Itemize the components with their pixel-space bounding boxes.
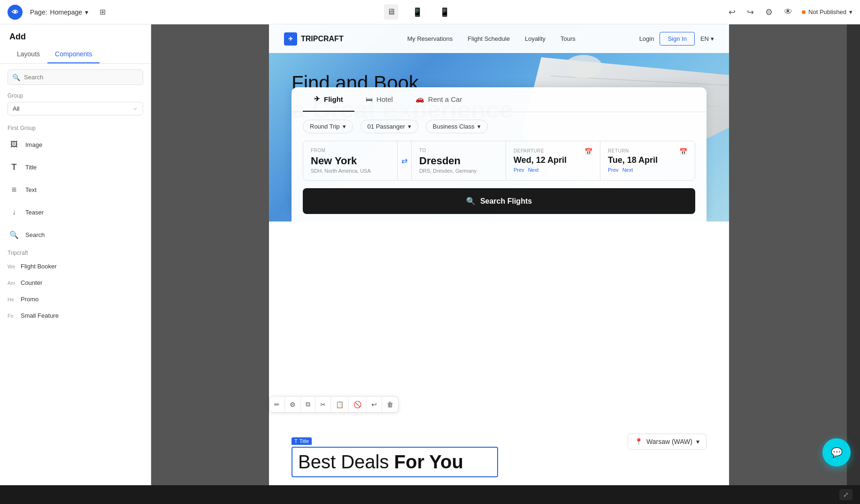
preview-btn[interactable]: 👁 [782,5,794,19]
svg-point-4 [565,55,602,78]
nav-flight-schedule[interactable]: Flight Schedule [468,35,510,42]
sidebar-item-text[interactable]: ≡ Text [0,178,151,201]
search-flights-icon: 🔍 [466,197,476,206]
promo-prefix: He [8,297,16,302]
toolbar-duplicate-btn[interactable]: ⧉ [301,397,315,412]
chat-bubble[interactable]: 💬 [822,438,851,466]
expand-btn[interactable]: ⤢ [839,489,852,500]
group-select[interactable]: All [8,102,143,115]
departure-field[interactable]: DEPARTURE 📅 Wed, 12 April Prev Next [506,141,600,180]
search-btn-row: 🔍 Search Flights [303,188,695,214]
tab-flight[interactable]: ✈ Flight [303,87,354,112]
toolbar-undo-btn[interactable]: ↩ [367,397,382,412]
top-bar-right: ↩ ↪ ⚙ 👁 Not Published ▾ [727,5,852,19]
chevron-down-icon: ▾ [343,123,346,130]
toolbar-hide-btn[interactable]: 🚫 [349,397,367,412]
departure-next-btn[interactable]: Next [528,167,539,173]
tab-components[interactable]: Components [47,46,100,63]
passengers-btn[interactable]: 01 Passanger ▾ [361,120,418,133]
search-fields: FROM New York SDH, North America, USA ⇄ … [303,141,695,181]
search-flights-btn[interactable]: 🔍 Search Flights [303,188,695,214]
return-field[interactable]: RETURN 📅 Tue, 18 April Prev Next [600,141,695,180]
toolbar-edit-btn[interactable]: ✏ [269,397,285,412]
return-prev-btn[interactable]: Prev [608,167,619,173]
lang-selector[interactable]: EN ▾ [700,35,714,42]
to-field[interactable]: TO Dresden DRS, Dresden, Germany [412,141,506,180]
site-nav-links: My Reservations Flight Schedule Loyality… [344,35,639,42]
tab-hotel[interactable]: 🛏 Hotel [354,87,404,112]
sidebar-item-counter[interactable]: Am Counter [0,275,151,291]
from-code: SDH, North America, USA [311,168,390,174]
mobile-device-btn[interactable]: 📱 [437,4,453,20]
sidebar-item-flight-booker-label: Flight Booker [21,263,57,270]
search-flights-label: Search Flights [480,197,532,206]
return-next-btn[interactable]: Next [622,167,633,173]
tab-rent-car-label: Rent a Car [428,95,462,103]
redo-btn[interactable]: ↪ [745,5,756,19]
nav-loyality[interactable]: Loyality [525,35,545,42]
flight-booker-prefix: We [8,264,16,269]
title-text: Best Deals For You [298,451,491,473]
search-icon-sidebar: 🔍 [8,228,21,241]
return-actions: Prev Next [608,167,687,173]
page-breadcrumb: Page: Homepage ▾ [30,8,88,16]
car-icon: 🚗 [415,95,424,103]
warsaw-selector[interactable]: 📍 Warsaw (WAW) ▾ [628,434,706,450]
counter-prefix: Am [8,280,16,286]
search-card-body: Round Trip ▾ 01 Passanger ▾ Business Cla… [292,112,706,221]
search-icon: 🔍 [12,74,20,81]
title-block[interactable]: T Title Best Deals For You [292,447,498,477]
floating-toolbar: ✏ ⚙ ⧉ ✂ 📋 🚫 ↩ 🗑 [269,396,399,412]
departure-actions: Prev Next [514,167,592,173]
return-label: RETURN [608,148,629,153]
page-label: Page: [30,8,47,16]
sidebar-item-title-label: Title [25,164,37,171]
site-logo-text: TRIPCRAFT [301,35,344,43]
settings-btn[interactable]: ⚙ [763,5,775,19]
class-btn[interactable]: Business Class ▾ [426,120,488,133]
toolbar-paste-btn[interactable]: 📋 [331,397,349,412]
publish-status-btn[interactable]: Not Published ▾ [802,8,852,15]
undo-btn[interactable]: ↩ [727,5,737,19]
toolbar-settings-btn[interactable]: ⚙ [285,397,301,412]
plane-icon: ✈ [314,95,320,103]
tab-layouts[interactable]: Layouts [9,46,47,63]
trip-type-btn[interactable]: Round Trip ▾ [303,120,353,133]
sidebar-item-image[interactable]: 🖼 Image [0,133,151,156]
hero-section: Find and Book a Great Experience ✈ Fligh… [269,24,729,221]
chevron-down-icon: ▾ [477,123,481,130]
nav-my-reservations[interactable]: My Reservations [407,35,453,42]
departure-day: Wed, 12 April [514,155,592,165]
nav-tours[interactable]: Tours [561,35,576,42]
toolbar-delete-btn[interactable]: 🗑 [382,397,398,412]
departure-prev-btn[interactable]: Prev [514,167,524,173]
sidebar-item-small-feature[interactable]: Fe Small Feature [0,307,151,324]
chevron-down-icon: ▾ [711,35,714,42]
tab-flight-label: Flight [324,95,343,103]
signin-btn[interactable]: Sign In [660,32,694,46]
sidebar-search-input[interactable] [8,69,143,85]
search-filters: Round Trip ▾ 01 Passanger ▾ Business Cla… [303,120,695,133]
app-logo: 👁 [8,5,23,20]
top-bar: 👁 Page: Homepage ▾ ⊞ 🖥 📱 📱 ↩ ↪ ⚙ 👁 Not P… [0,0,860,24]
grid-layout-btn[interactable]: ⊞ [96,6,109,18]
desktop-device-btn[interactable]: 🖥 [384,4,398,20]
from-field[interactable]: FROM New York SDH, North America, USA [303,141,398,180]
not-published-dot [802,10,806,14]
sidebar-item-promo[interactable]: He Promo [0,291,151,307]
chevron-down-icon[interactable]: ▾ [85,8,88,16]
swap-btn[interactable]: ⇄ [398,141,412,180]
page-content: ✏ ⚙ ⧉ ✂ 📋 🚫 ↩ 🗑 T Title Best D [269,419,729,485]
sidebar-item-search[interactable]: 🔍 Search [0,223,151,246]
lang-label: EN [700,35,709,42]
sidebar-item-title[interactable]: T Title [0,156,151,178]
sidebar-item-flight-booker[interactable]: We Flight Booker [0,258,151,275]
toolbar-cut-btn[interactable]: ✂ [315,397,331,412]
passengers-label: 01 Passanger [368,123,405,130]
tablet-device-btn[interactable]: 📱 [409,4,425,20]
sidebar-item-teaser[interactable]: ↓ Teaser [0,201,151,223]
tab-rent-car[interactable]: 🚗 Rent a Car [404,87,474,112]
login-btn[interactable]: Login [639,35,654,42]
tab-hotel-label: Hotel [376,95,393,103]
title-icon: T [8,160,21,174]
